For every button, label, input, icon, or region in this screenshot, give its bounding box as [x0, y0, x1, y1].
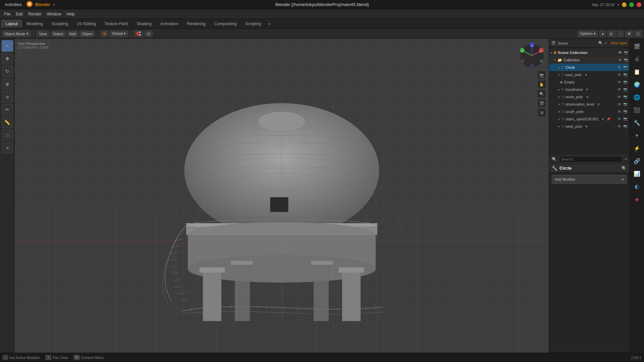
- global-dropdown[interactable]: Global ▾: [110, 31, 128, 37]
- tab-scripting[interactable]: Scripting: [241, 20, 265, 27]
- outliner-item-west-pole[interactable]: ▸ ▽ west_pole ▼ 👁 📷: [549, 123, 629, 130]
- navigation-gizmo[interactable]: X Y Z: [519, 42, 545, 69]
- collection-btn[interactable]: ⊞: [537, 108, 546, 117]
- lox-eye-icon[interactable]: 👁: [618, 87, 621, 92]
- object-properties-icon[interactable]: ⬛: [631, 104, 643, 116]
- circle-eye-icon[interactable]: 👁: [618, 65, 621, 69]
- empty-camera-icon[interactable]: 📷: [623, 80, 627, 84]
- tab-uv-editing[interactable]: UV Editing: [72, 20, 100, 27]
- scene-collection-row[interactable]: ▸ ⊞ Scene Collection 👁 📷: [549, 49, 629, 56]
- extra-tool[interactable]: ⊕: [2, 142, 13, 154]
- outliner-item-north-pole[interactable]: ▸ ▽ north_pole ▼ 👁 📷: [549, 93, 629, 101]
- menu-help[interactable]: Help: [64, 11, 77, 17]
- close-button[interactable]: [637, 2, 641, 7]
- add-workspace-button[interactable]: +: [265, 20, 273, 28]
- viewport-3d[interactable]: User Perspective (1) Collection | Circle…: [15, 39, 549, 353]
- tab-texture-paint[interactable]: Texture Paint: [100, 20, 132, 27]
- add-modifier-button[interactable]: Add Modifier ▾: [552, 175, 627, 184]
- activities-button[interactable]: Activities: [3, 1, 24, 8]
- minimize-button[interactable]: [622, 2, 627, 7]
- tab-sculpting[interactable]: Sculpting: [47, 20, 72, 27]
- object-menu-btn[interactable]: Object: [79, 31, 95, 37]
- cursor-tool[interactable]: ↖: [2, 40, 13, 52]
- filter-icon-obs[interactable]: ▼: [597, 103, 600, 106]
- add-menu-btn[interactable]: Add: [67, 31, 78, 37]
- modifier-properties-icon[interactable]: 🔧: [631, 117, 643, 129]
- tab-shading[interactable]: Shading: [132, 20, 156, 27]
- viewport-shading-solid[interactable]: ●: [599, 31, 606, 37]
- outliner-item-loxodrome[interactable]: ▸ ▽ loxodrome ▼ 👁 📷: [549, 86, 629, 93]
- filter-icon-stairs[interactable]: ▼: [601, 117, 604, 121]
- filter-icon-lox[interactable]: ▼: [585, 88, 589, 92]
- tab-modeling[interactable]: Modeling: [22, 20, 47, 27]
- search-modifiers-icon[interactable]: 🔍: [622, 166, 627, 171]
- mode-dropdown[interactable]: Object Mode ▾: [2, 31, 31, 37]
- filter-icon-north[interactable]: ▼: [586, 95, 589, 99]
- constraint-properties-icon[interactable]: 🔗: [631, 155, 643, 167]
- xray-btn[interactable]: ◻: [634, 31, 642, 37]
- output-properties-icon[interactable]: 🖨: [631, 53, 643, 65]
- move-tool[interactable]: ✥: [2, 53, 13, 64]
- shader-properties-icon[interactable]: ◈: [631, 193, 643, 205]
- west-eye-icon[interactable]: 👁: [618, 124, 621, 128]
- viewport-overlay-btn[interactable]: ⊕: [625, 31, 633, 37]
- view-menu-btn[interactable]: View: [37, 31, 49, 37]
- data-properties-icon[interactable]: 📊: [631, 168, 643, 180]
- select-menu-btn[interactable]: Select: [51, 31, 66, 37]
- add-cube-tool[interactable]: ⬛: [2, 129, 13, 141]
- dropdown-arrow-icon[interactable]: ▾: [53, 3, 55, 6]
- sort-icon[interactable]: ≡: [604, 41, 606, 45]
- measure-tool[interactable]: 📏: [2, 117, 13, 128]
- toggle-camera-btn[interactable]: 🎬: [537, 99, 546, 108]
- menu-render[interactable]: Render: [25, 11, 44, 17]
- eye-icon[interactable]: 👁: [618, 51, 622, 55]
- menu-window[interactable]: Window: [44, 11, 64, 17]
- zoom-btn[interactable]: 🔍: [537, 89, 546, 98]
- rotate-tool[interactable]: ↻: [2, 66, 13, 77]
- filter-icon-east[interactable]: ▼: [584, 73, 588, 77]
- render-properties-icon[interactable]: 🎬: [631, 40, 643, 52]
- pan-btn[interactable]: ✋: [537, 80, 546, 89]
- filter-icon[interactable]: 🔍: [598, 41, 603, 45]
- north-eye-icon[interactable]: 👁: [618, 95, 621, 99]
- west-camera-icon[interactable]: 📷: [623, 124, 627, 128]
- pin-icon-stairs[interactable]: 📌: [606, 117, 610, 121]
- lox-camera-icon[interactable]: 📷: [623, 87, 627, 92]
- stairs-camera-icon[interactable]: 📷: [623, 117, 627, 121]
- south-eye-icon[interactable]: 👁: [618, 110, 621, 114]
- filter-icon-west[interactable]: ▼: [585, 125, 588, 128]
- circle-camera-icon[interactable]: 📷: [623, 65, 627, 69]
- options-btn[interactable]: Options ▾: [578, 31, 598, 37]
- physics-properties-icon[interactable]: ⚡: [631, 142, 643, 154]
- menu-edit[interactable]: Edit: [13, 11, 25, 17]
- scale-tool[interactable]: ⊕: [2, 78, 13, 90]
- snap-btn[interactable]: 🧲: [134, 31, 143, 37]
- world-properties-icon[interactable]: 🌐: [631, 91, 643, 103]
- camera-view-btn[interactable]: 📷: [537, 71, 546, 79]
- outliner-item-empty[interactable]: ⊕ Empty 👁 📷: [549, 78, 629, 86]
- north-camera-icon[interactable]: 📷: [623, 95, 627, 99]
- transform-gizmo-btn[interactable]: ⊕: [101, 31, 108, 37]
- outliner-item-east-pole[interactable]: ▸ ▽ east_pole ▼ 👁 📷: [549, 71, 629, 78]
- outliner-item-south-pole[interactable]: ▸ ▽ south_pole 👁 📷: [549, 108, 629, 115]
- tab-compositing[interactable]: Compositing: [210, 20, 241, 27]
- maximize-button[interactable]: [629, 2, 634, 7]
- outliner-item-observation-level[interactable]: ▸ ▽ observation_level ▼ 👁 📷: [549, 101, 629, 108]
- chevron-down-icon[interactable]: ▾: [625, 157, 627, 161]
- collection-row[interactable]: ▾ 📁 Collection 👁 📷: [549, 56, 629, 64]
- properties-search-input[interactable]: [559, 156, 623, 163]
- outliner-item-stairs[interactable]: ▸ ▽ stairs_spiral128.001 ▼ 📌 👁 📷: [549, 115, 629, 123]
- collection-eye-icon[interactable]: 👁: [618, 58, 622, 62]
- obs-camera-icon[interactable]: 📷: [623, 102, 627, 106]
- obs-eye-icon[interactable]: 👁: [618, 102, 621, 106]
- tab-layout[interactable]: Layout: [1, 20, 22, 27]
- proportional-btn[interactable]: ◎: [145, 31, 153, 37]
- outliner-item-circle[interactable]: ▸ ▽ Circle 👁 📷: [549, 64, 629, 71]
- view-layer-properties-icon[interactable]: 📋: [631, 66, 643, 78]
- camera-hide-icon[interactable]: 📷: [624, 51, 628, 55]
- collection-camera-icon[interactable]: 📷: [624, 58, 628, 62]
- scene-properties-icon[interactable]: 🌍: [631, 78, 643, 90]
- tab-rendering[interactable]: Rendering: [182, 20, 210, 27]
- material-properties-icon[interactable]: ◐: [631, 180, 643, 192]
- tab-animation[interactable]: Animation: [156, 20, 182, 27]
